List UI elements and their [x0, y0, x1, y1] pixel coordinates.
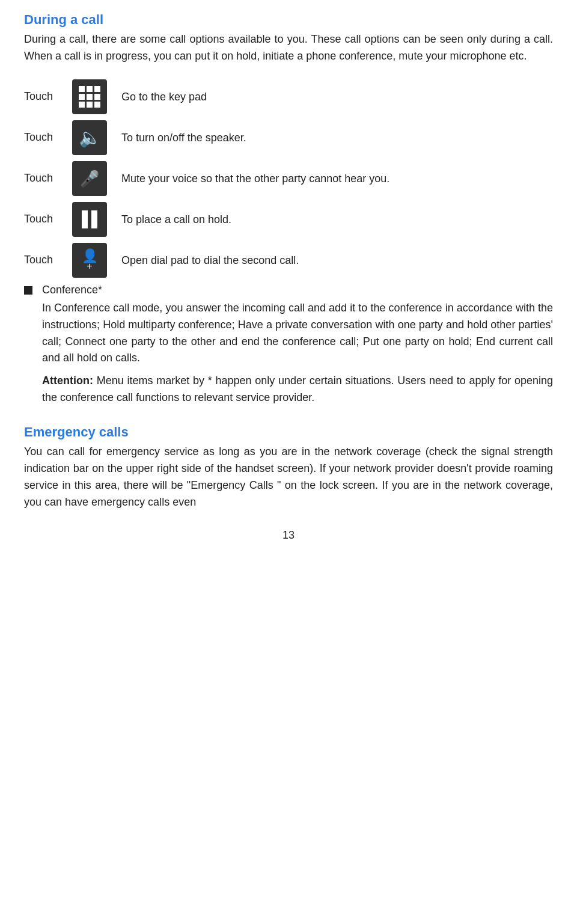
mute-icon: 🎤 [72, 161, 107, 196]
conference-description: In Conference call mode, you answer the … [24, 300, 553, 367]
emergency-calls-section: Emergency calls You can call for emergen… [24, 424, 553, 511]
speaker-icon: 🔈 [72, 120, 107, 155]
emergency-calls-title: Emergency calls [24, 424, 553, 440]
touch-desc-1: Go to the key pad [121, 89, 553, 105]
page-number: 13 [24, 529, 553, 542]
touch-row-speaker: Touch 🔈 To turn on/off the speaker. [24, 120, 553, 155]
mute-glyph-icon: 🎤 [80, 171, 99, 186]
conference-bullet-row: Conference* [24, 284, 553, 296]
touch-desc-4: To place a call on hold. [121, 212, 553, 227]
touch-row-mute: Touch 🎤 Mute your voice so that the othe… [24, 161, 553, 196]
addcall-icon: 👤 + [72, 243, 107, 278]
touch-label-2: Touch [24, 131, 72, 144]
keypad-grid-icon [79, 86, 100, 108]
during-call-intro: During a call, there are some call optio… [24, 31, 553, 65]
touch-desc-5: Open dial pad to dial the second call. [121, 252, 553, 268]
attention-label: Attention: [42, 375, 93, 387]
touch-rows-container: Touch Go to the key pad Touch 🔈 To turn … [24, 79, 553, 278]
emergency-calls-description: You can call for emergency service as lo… [24, 444, 553, 511]
touch-label-5: Touch [24, 254, 72, 266]
hold-pause-icon [82, 210, 97, 228]
touch-label-3: Touch [24, 172, 72, 185]
touch-row-addcall: Touch 👤 + Open dial pad to dial the seco… [24, 243, 553, 278]
bullet-square-icon [24, 286, 32, 295]
touch-label-4: Touch [24, 213, 72, 225]
during-a-call-section: During a call During a call, there are s… [24, 12, 553, 406]
touch-row-hold: Touch To place a call on hold. [24, 202, 553, 237]
speaker-glyph-icon: 🔈 [79, 129, 101, 147]
attention-text: Menu items market by * happen only under… [42, 375, 553, 403]
hold-icon [72, 202, 107, 237]
during-call-title: During a call [24, 12, 553, 28]
touch-row-keypad: Touch Go to the key pad [24, 79, 553, 114]
touch-desc-2: To turn on/off the speaker. [121, 130, 553, 145]
addcall-glyph-icon: 👤 + [82, 249, 98, 271]
attention-block: Attention: Menu items market by * happen… [24, 373, 553, 406]
conference-title: Conference* [42, 284, 102, 296]
touch-desc-3: Mute your voice so that the other party … [121, 171, 553, 186]
touch-label-1: Touch [24, 90, 72, 103]
keypad-icon [72, 79, 107, 114]
